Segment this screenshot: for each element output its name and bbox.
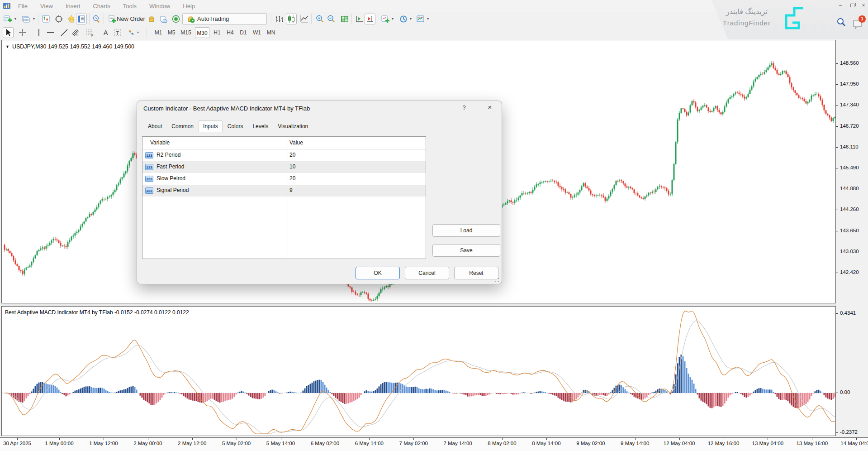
macd-layer[interactable] <box>2 307 835 436</box>
price-axis-label: 146.110 <box>840 144 859 149</box>
parameter-value[interactable]: 20 <box>289 152 295 158</box>
experts-button[interactable] <box>158 14 169 24</box>
new-chart-button[interactable] <box>2 14 13 24</box>
horizontal-line-button[interactable] <box>45 27 56 38</box>
autotrading-button[interactable]: AutoTrading <box>182 13 267 25</box>
price-tick <box>836 189 838 189</box>
resize-grip[interactable] <box>495 278 499 282</box>
close-window-button[interactable]: × <box>859 2 868 9</box>
dialog-help-button[interactable]: ? <box>459 104 469 113</box>
profiles-button[interactable] <box>20 14 31 24</box>
menu-item-view[interactable]: View <box>34 3 59 10</box>
menu-item-help[interactable]: Help <box>176 3 201 10</box>
search-icon[interactable] <box>836 17 847 30</box>
dialog-title[interactable]: Custom Indicator - Best Adaptive MACD In… <box>143 105 310 112</box>
table-row[interactable]: 123Slow Peirod20 <box>142 173 426 185</box>
time-axis-label: 8 May 02:00 <box>488 441 516 446</box>
profiles-caret-icon[interactable]: ▾ <box>32 14 36 24</box>
menu-item-tools[interactable]: Tools <box>117 3 143 10</box>
new-order-icon[interactable] <box>107 14 118 24</box>
templates-caret-icon[interactable]: ▾ <box>426 14 430 24</box>
crosshair-button[interactable] <box>17 27 28 38</box>
menu-item-window[interactable]: Window <box>143 3 176 10</box>
separator <box>377 14 377 24</box>
tile-windows-button[interactable] <box>339 14 350 24</box>
fibonacci-button[interactable]: F <box>85 27 95 38</box>
periods-button[interactable] <box>398 14 409 24</box>
timeframe-w1[interactable]: W1 <box>251 27 263 38</box>
terminal-button[interactable] <box>146 14 157 24</box>
save-button[interactable]: Save <box>432 244 500 257</box>
tab-common[interactable]: Common <box>167 121 198 132</box>
bar-chart-button[interactable] <box>275 14 285 24</box>
table-row[interactable]: 123R2 Period20 <box>142 149 426 161</box>
load-button[interactable]: Load <box>432 224 500 237</box>
candlestick-chart-button[interactable] <box>286 14 297 24</box>
timeframe-h1[interactable]: H1 <box>212 27 223 38</box>
add-indicator-button[interactable] <box>380 14 391 24</box>
channel-button[interactable]: E <box>70 27 81 38</box>
tab-colors[interactable]: Colors <box>223 121 248 132</box>
data-window-button[interactable] <box>76 14 87 24</box>
parameter-value[interactable]: 20 <box>289 175 295 182</box>
tab-about[interactable]: About <box>143 121 166 132</box>
alerts-button[interactable] <box>171 14 181 24</box>
cursor-button[interactable] <box>3 27 14 38</box>
timeframe-m15[interactable]: M15 <box>179 27 193 38</box>
zoom-out-button[interactable] <box>326 14 337 24</box>
minimize-button[interactable]: – <box>835 2 845 9</box>
menu-item-file[interactable]: File <box>12 3 34 10</box>
timeframe-m5[interactable]: M5 <box>166 27 177 38</box>
time-tick <box>148 438 148 440</box>
arrows-button[interactable] <box>126 27 137 38</box>
navigator-button[interactable] <box>53 14 64 24</box>
numeric-parameter-icon: 123 <box>145 187 153 194</box>
table-row[interactable]: 123Signal Period9 <box>142 185 426 197</box>
dialog-close-button[interactable]: × <box>484 103 495 113</box>
timeframe-d1[interactable]: D1 <box>238 27 249 38</box>
indicator-axis-label: 0.00 <box>840 389 850 395</box>
time-tick <box>679 438 680 440</box>
trendline-button[interactable] <box>59 27 70 38</box>
add-indicator-caret-icon[interactable]: ▾ <box>390 14 395 24</box>
periods-caret-icon[interactable]: ▾ <box>408 14 413 24</box>
separator <box>38 14 38 24</box>
strategy-tester-button[interactable] <box>91 14 102 24</box>
indicator-axis-label: -0.2372 <box>840 429 858 435</box>
chart-caret-icon[interactable]: ▼ <box>5 44 9 49</box>
indicator-pane[interactable]: Best Adaptive MACD Indicator MT4 by TFla… <box>1 306 836 436</box>
text-button[interactable]: A <box>100 27 111 38</box>
templates-button[interactable] <box>415 14 426 24</box>
tab-visualization[interactable]: Visualization <box>273 121 313 132</box>
market-watch-button[interactable] <box>41 14 52 24</box>
auto-scroll-button[interactable] <box>365 14 375 24</box>
menu-item-charts[interactable]: Charts <box>86 3 116 10</box>
timeframe-m1[interactable]: M1 <box>153 27 164 38</box>
favorites-button[interactable] <box>66 14 77 24</box>
zoom-in-button[interactable] <box>314 14 325 24</box>
line-chart-button[interactable] <box>299 14 310 24</box>
ok-button[interactable]: OK <box>356 267 400 279</box>
new-order-button[interactable]: New Order <box>117 14 145 24</box>
menu-item-insert[interactable]: Insert <box>59 3 87 10</box>
cancel-button[interactable]: Cancel <box>405 267 449 279</box>
parameter-value[interactable]: 9 <box>289 187 293 193</box>
arrows-caret-icon[interactable]: ▾ <box>136 27 140 38</box>
vertical-line-button[interactable] <box>33 27 44 38</box>
parameters-table[interactable]: Variable Value 123R2 Period20123Fast Per… <box>142 136 426 259</box>
reset-button[interactable]: Reset <box>454 267 498 279</box>
table-row[interactable]: 123Fast Period10 <box>142 161 426 173</box>
shift-chart-button[interactable] <box>354 14 365 24</box>
new-chart-caret-icon[interactable]: ▾ <box>13 14 18 24</box>
text-label-button[interactable]: T <box>112 27 123 38</box>
price-axis[interactable]: 148.560147.950147.340146.720146.110145.4… <box>836 40 868 451</box>
tab-levels[interactable]: Levels <box>248 121 273 132</box>
time-axis-label: 12 May 04:00 <box>664 441 695 446</box>
timeframe-mn[interactable]: MN <box>265 27 277 38</box>
restore-button[interactable] <box>850 4 854 7</box>
time-axis[interactable]: 30 Apr 20251 May 00:001 May 12:002 May 0… <box>0 437 868 451</box>
tab-inputs[interactable]: Inputs <box>199 120 223 132</box>
parameter-value[interactable]: 10 <box>289 163 295 170</box>
timeframe-h4[interactable]: H4 <box>225 27 236 38</box>
timeframe-m30[interactable]: M30 <box>195 27 209 38</box>
